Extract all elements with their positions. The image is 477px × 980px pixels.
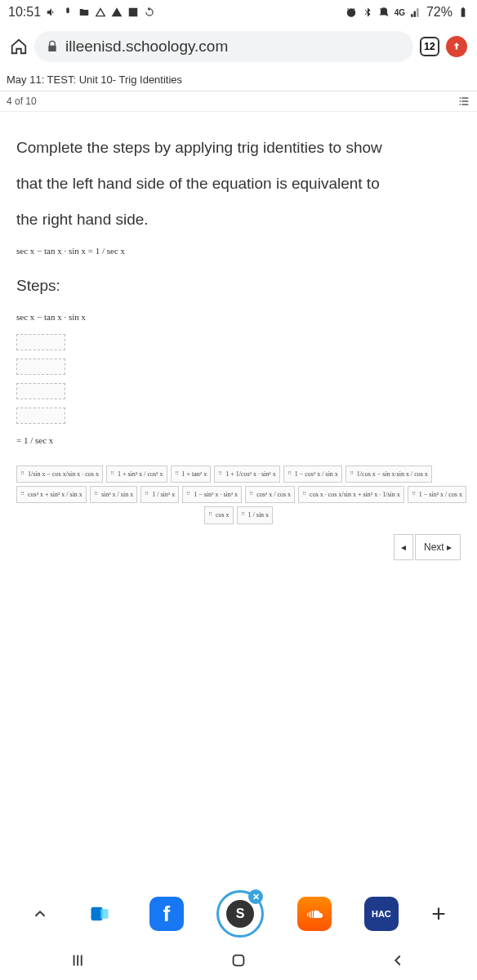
answer-tile[interactable]: 1 / sin² x xyxy=(140,486,179,503)
url-bar[interactable]: illeenisd.schoology.com xyxy=(34,31,413,62)
answer-tile[interactable]: 1 + tan² x xyxy=(171,466,212,483)
folder-icon xyxy=(78,7,90,18)
refresh-icon xyxy=(144,7,155,18)
instruction-line-3: the right hand side. xyxy=(16,205,461,234)
home-nav-icon[interactable] xyxy=(230,951,247,969)
prev-button[interactable]: ◂ xyxy=(394,534,413,561)
answer-tile[interactable]: cos² x / cos x xyxy=(245,486,295,503)
progress-bar: 4 of 10 xyxy=(0,91,477,112)
answer-tile[interactable]: 1 − cos² x / sin x xyxy=(283,466,342,483)
home-icon[interactable] xyxy=(10,38,28,56)
answer-tile[interactable]: 1 − sin² x / cos x xyxy=(408,486,466,503)
dock-app-facebook[interactable]: f xyxy=(149,897,184,931)
dock-app-center[interactable]: S ✕ xyxy=(216,890,264,938)
svg-rect-2 xyxy=(100,909,108,919)
answer-tile[interactable]: 1/cos x − sin x·sin x / cos x xyxy=(345,466,432,483)
breadcrumb: May 11: TEST: Unit 10- Trig Identities xyxy=(0,69,477,91)
step-dropzone-1[interactable] xyxy=(16,334,65,350)
app-dock: f S ✕ HAC + xyxy=(0,890,477,938)
answer-tile[interactable]: 1/sin x − cos x/sin x · cos x xyxy=(16,466,103,483)
list-icon[interactable] xyxy=(457,95,470,108)
close-badge-icon[interactable]: ✕ xyxy=(248,889,263,904)
equation-start: sec x − tan x · sin x xyxy=(16,309,461,326)
image-icon xyxy=(127,7,139,18)
answer-tile[interactable]: sin² x / sin x xyxy=(90,486,137,503)
dock-app-hac[interactable]: HAC xyxy=(364,897,399,931)
back-icon[interactable] xyxy=(389,951,407,969)
answer-tile[interactable]: 1 + 1/cos² x · sin² x xyxy=(214,466,280,483)
equation-given: sec x − tan x · sin x = 1 / sec x xyxy=(16,243,461,260)
vibrate-icon xyxy=(378,7,390,18)
update-icon[interactable] xyxy=(446,36,467,57)
steps-label: Steps: xyxy=(16,271,461,301)
recent-apps-chevron-icon[interactable] xyxy=(31,905,49,923)
dock-app-soundcloud[interactable] xyxy=(297,897,332,931)
browser-bar: illeenisd.schoology.com 12 xyxy=(0,24,477,69)
answer-tile[interactable]: cos x xyxy=(204,506,234,523)
svg-rect-3 xyxy=(234,956,244,966)
signal-icon xyxy=(410,7,421,18)
status-bar: 10:51 4G 72% xyxy=(0,0,477,24)
question-content: Complete the steps by applying trig iden… xyxy=(0,112,477,575)
step-dropzone-4[interactable] xyxy=(16,408,65,424)
mic-icon xyxy=(62,7,74,18)
instruction-line-1: Complete the steps by applying trig iden… xyxy=(16,133,461,163)
answer-tile[interactable]: cos x · cos x/sin x + sin² x · 1/sin x xyxy=(298,486,404,503)
answer-tile[interactable]: 1 / sin x xyxy=(237,506,274,523)
volume-icon xyxy=(46,7,57,18)
next-button[interactable]: Next ▸ xyxy=(415,534,461,561)
progress-text: 4 of 10 xyxy=(7,96,37,107)
step-dropzone-3[interactable] xyxy=(16,383,65,399)
alarm-icon xyxy=(345,7,357,18)
answer-tile[interactable]: cos² x + sin² x / sin x xyxy=(16,486,87,503)
recents-icon[interactable] xyxy=(70,951,88,969)
add-app-button[interactable]: + xyxy=(431,900,446,928)
equation-final: = 1 / sec x xyxy=(16,432,461,449)
battery-icon xyxy=(457,7,469,18)
system-nav-bar xyxy=(0,941,477,980)
lock-icon xyxy=(46,40,59,53)
battery-percent: 72% xyxy=(426,5,452,20)
url-text: illeenisd.schoology.com xyxy=(65,38,228,56)
answer-tile[interactable]: 1 − sin² x · sin² x xyxy=(182,486,242,503)
answer-tile[interactable]: 1 + sin² x / cos² x xyxy=(106,466,167,483)
network-icon: 4G xyxy=(395,8,405,17)
instruction-line-2: that the left hand side of the equation … xyxy=(16,169,461,198)
warning-icon-2 xyxy=(111,7,123,18)
warning-icon xyxy=(95,7,106,18)
tab-count[interactable]: 12 xyxy=(420,37,439,56)
tile-bank: 1/sin x − cos x/sin x · cos x1 + sin² x … xyxy=(16,466,461,524)
bluetooth-icon xyxy=(362,7,373,18)
step-dropzone-2[interactable] xyxy=(16,359,65,375)
question-nav: ◂ Next ▸ xyxy=(16,528,461,568)
status-time: 10:51 xyxy=(8,5,41,20)
dock-app-outlook[interactable] xyxy=(82,897,117,931)
